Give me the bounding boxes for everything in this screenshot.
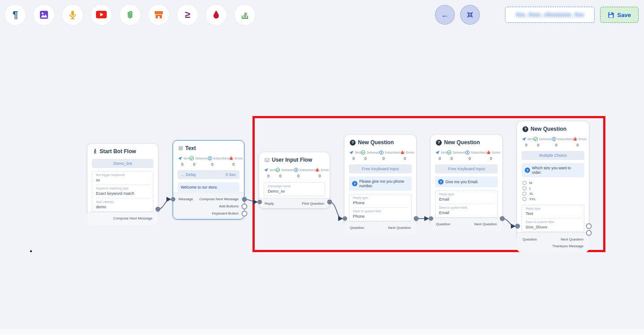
- message-bubble[interactable]: Welcome to our store.: [178, 182, 239, 192]
- campaign-name-box[interactable]: Campaign name Demo_sv: [264, 182, 325, 196]
- stat-delivered: Delivered 0: [275, 168, 293, 178]
- field-value: sv: [96, 178, 149, 182]
- node-new-question-phone[interactable]: ? New Question Sent 0 Delivered 0 Subscr…: [344, 135, 416, 226]
- node-user-input-flow[interactable]: User Input Flow Sent 0 Delivered 0 Subsc…: [259, 152, 330, 208]
- stat-delivered: Delivered 0: [189, 156, 207, 167]
- stat-label: Subscribers: [213, 157, 229, 160]
- question-type-chip[interactable]: Multiple Choice: [522, 151, 584, 160]
- output-label-next-question: Next Question: [388, 226, 411, 230]
- sent-icon: [178, 156, 183, 161]
- image-element-button[interactable]: [33, 4, 55, 26]
- stat-delivered: Delivered 0: [533, 137, 551, 147]
- stat-label: Sent: [441, 151, 447, 154]
- option-l[interactable]: L: [522, 185, 583, 191]
- stack-element-button[interactable]: [234, 4, 256, 26]
- node-footer: Reply First Question: [259, 198, 330, 208]
- back-button[interactable]: ←: [435, 5, 455, 25]
- stat-value: 0: [439, 156, 441, 161]
- stat-label: Delivered: [195, 157, 207, 160]
- radio-icon: [522, 197, 527, 201]
- arrow-left-icon: ←: [441, 10, 449, 20]
- node-new-question-size[interactable]: ? New Question Sent 0 Delivered 0 Subscr…: [517, 121, 589, 240]
- errors-icon: [573, 137, 578, 142]
- horizontal-scrollbar[interactable]: [0, 329, 644, 335]
- field-label: Add Label(s): [96, 200, 149, 203]
- output-label-add-buttons: Add Buttons: [219, 204, 239, 208]
- field-campaign-name: Campaign name Demo_sv: [268, 183, 321, 196]
- video-element-button[interactable]: [91, 4, 112, 26]
- option-xxl[interactable]: XXL: [522, 196, 583, 202]
- node-text[interactable]: Text Sent 0 Delivered 0 Subscribers 0 Er…: [173, 140, 244, 219]
- field-label: Bot trigger keywords: [96, 173, 149, 176]
- stat-value: 0: [279, 174, 281, 178]
- edge-start-to-text: [158, 199, 170, 209]
- question-type-chip[interactable]: Free Keyboard Input: [349, 164, 412, 173]
- flow-name-input[interactable]: Xxx_Xxxx_xXxxxxxxx_Xxx: [505, 7, 595, 23]
- drip-element-button[interactable]: [205, 4, 227, 26]
- errors-icon: [229, 156, 234, 161]
- question-bubble[interactable]: ? Which size you want to order.: [522, 163, 584, 177]
- sent-icon: [522, 137, 527, 142]
- fit-view-button[interactable]: [460, 5, 480, 25]
- delay-setting[interactable]: ... Delay 0 Sec: [178, 170, 239, 179]
- node-title-row: ? New Question: [517, 121, 589, 134]
- text-pilcrow-icon: ¶: [13, 10, 18, 20]
- output-label-compose-next-message: Compose Next Message: [113, 216, 152, 220]
- stat-errors: Errors 0: [400, 150, 414, 161]
- stat-errors: Errors 0: [315, 168, 329, 178]
- node-title: Text: [185, 145, 196, 151]
- question-type-chip[interactable]: Free Keyboard Input: [435, 164, 498, 173]
- start-bot-settings-box[interactable]: Bot trigger keywords sv Keyword matching…: [92, 171, 153, 212]
- output-label-next-question: Next Question: [474, 222, 497, 226]
- flow-name-blurred-text: Xxx_Xxxx_xXxxxxxxx_Xxx: [516, 12, 584, 18]
- stat-value: 0: [383, 156, 385, 161]
- sequence-element-button[interactable]: ≥: [177, 4, 198, 26]
- stat-value: 0: [193, 162, 195, 167]
- field-value: demo: [96, 205, 149, 209]
- node-new-question-email[interactable]: ? New Question Sent 0 Delivered 0 Subscr…: [431, 135, 502, 226]
- node-title: New Question: [358, 139, 394, 146]
- subscribers-icon: [294, 168, 299, 172]
- output-label-next-question: Next Question: [561, 237, 583, 241]
- field-add-labels: Add Label(s) demo: [96, 198, 149, 211]
- text-element-button[interactable]: ¶: [4, 4, 26, 26]
- audio-element-button[interactable]: [62, 4, 83, 26]
- field-value: Phone: [353, 201, 408, 205]
- node-title: Start Bot Flow: [100, 148, 136, 155]
- option-m[interactable]: M: [522, 180, 583, 185]
- stat-value: 0: [181, 162, 183, 167]
- field-value: Size_Shuvo: [526, 225, 580, 229]
- file-element-button[interactable]: [119, 4, 141, 26]
- option-xl[interactable]: XL: [522, 191, 583, 196]
- stat-delivered: Delivered 0: [447, 150, 465, 161]
- question-settings-box[interactable]: Reply type Email Save to system field Em…: [435, 190, 498, 218]
- flow-builder-canvas[interactable]: ¶: [0, 0, 644, 335]
- stat-value: 0: [211, 162, 213, 167]
- question-circle-icon: ?: [352, 181, 357, 186]
- stat-sent: Sent 0: [522, 137, 533, 147]
- option-label: M: [529, 181, 532, 185]
- stat-sent: Sent 0: [349, 150, 361, 161]
- stat-value: 0: [469, 156, 471, 161]
- ecommerce-element-button[interactable]: [148, 4, 170, 26]
- stat-value: 0: [404, 156, 406, 161]
- image-icon: [39, 10, 49, 20]
- node-start-bot-flow[interactable]: Start Bot Flow Demo_bot Bot trigger keyw…: [87, 144, 158, 216]
- question-settings-box[interactable]: Reply type Text Save to custom field Siz…: [522, 205, 584, 232]
- field-value: Text: [526, 211, 580, 216]
- stat-errors: Errors 0: [573, 137, 587, 147]
- bot-name-chip[interactable]: Demo_bot: [92, 159, 153, 168]
- question-bubble[interactable]: ? Give me you Email.: [435, 176, 498, 187]
- question-bubble[interactable]: ? Please give me you phone number.: [349, 176, 412, 191]
- save-button[interactable]: Save: [600, 7, 639, 23]
- stat-label: Delivered: [539, 137, 551, 141]
- output-label-first-question: First Question: [302, 202, 324, 206]
- field-label: Campaign name: [268, 185, 321, 188]
- storefront-icon: [154, 10, 164, 20]
- stat-sent: Sent 0: [264, 168, 275, 178]
- stat-value: 0: [318, 174, 321, 178]
- question-circle-icon: ?: [525, 168, 530, 173]
- field-label: Save to system field: [353, 210, 408, 213]
- question-settings-box[interactable]: Reply type Phone Save to system field Ph…: [349, 194, 412, 221]
- keyboard-icon: [265, 158, 270, 162]
